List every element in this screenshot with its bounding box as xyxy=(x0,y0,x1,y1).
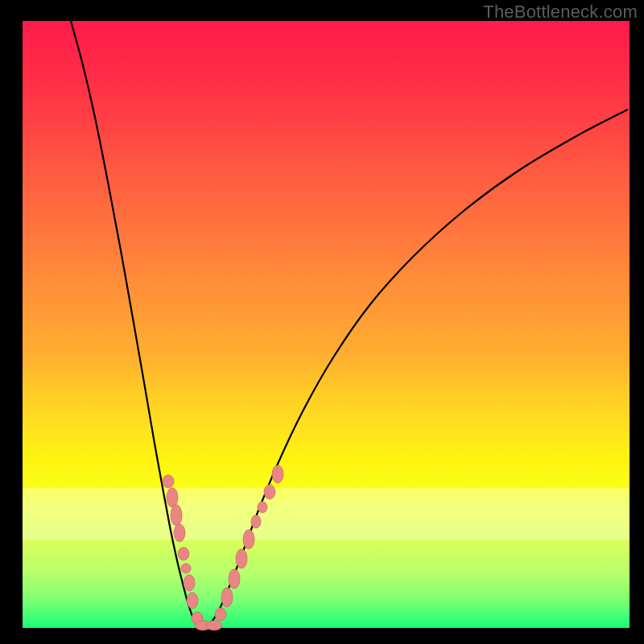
data-marker xyxy=(264,485,275,499)
data-marker xyxy=(221,588,233,607)
data-marker xyxy=(184,575,195,591)
data-marker xyxy=(243,530,254,549)
data-marker xyxy=(187,592,198,609)
watermark-text: TheBottleneck.com xyxy=(483,2,638,23)
data-marker xyxy=(171,505,182,526)
data-marker xyxy=(206,621,222,630)
data-marker xyxy=(215,608,226,621)
curve-layer xyxy=(23,21,630,628)
data-marker xyxy=(181,564,191,573)
marker-group xyxy=(163,465,283,630)
data-marker xyxy=(167,488,178,507)
data-marker xyxy=(174,524,185,542)
data-marker xyxy=(178,547,189,560)
data-marker xyxy=(251,515,261,528)
chart-frame: TheBottleneck.com xyxy=(0,0,644,644)
data-marker xyxy=(272,465,283,483)
data-marker xyxy=(163,475,174,488)
data-marker xyxy=(229,569,240,588)
curve-right-branch xyxy=(206,109,628,626)
data-marker xyxy=(258,502,267,513)
data-marker xyxy=(236,549,247,568)
